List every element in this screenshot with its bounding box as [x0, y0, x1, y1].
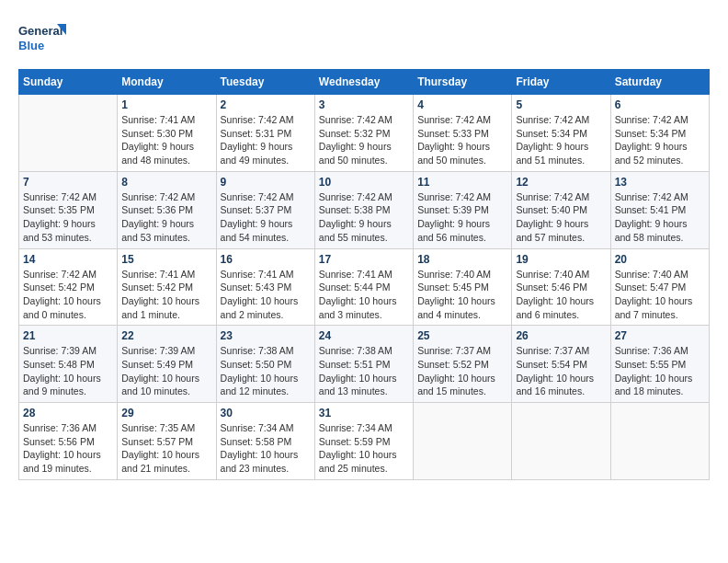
day-number: 18 — [417, 253, 507, 266]
calendar-cell: 24Sunrise: 7:38 AMSunset: 5:51 PMDayligh… — [314, 326, 413, 403]
day-number: 27 — [615, 329, 705, 342]
day-header-thursday: Thursday — [414, 70, 512, 95]
day-number: 8 — [121, 176, 211, 189]
day-info: Sunrise: 7:41 AMSunset: 5:30 PMDaylight:… — [121, 113, 211, 167]
calendar-cell: 11Sunrise: 7:42 AMSunset: 5:39 PMDayligh… — [414, 171, 512, 248]
day-number: 31 — [319, 407, 409, 419]
calendar-cell: 7Sunrise: 7:42 AMSunset: 5:35 PMDaylight… — [19, 171, 118, 248]
day-info: Sunrise: 7:39 AMSunset: 5:48 PMDaylight:… — [23, 344, 113, 398]
calendar-cell: 16Sunrise: 7:41 AMSunset: 5:43 PMDayligh… — [216, 248, 314, 326]
day-info: Sunrise: 7:42 AMSunset: 5:36 PMDaylight:… — [121, 190, 211, 245]
day-number: 9 — [221, 176, 311, 189]
day-number: 2 — [221, 98, 311, 111]
calendar-cell: 18Sunrise: 7:40 AMSunset: 5:45 PMDayligh… — [414, 248, 512, 326]
day-info: Sunrise: 7:42 AMSunset: 5:42 PMDaylight:… — [23, 268, 113, 322]
day-number: 30 — [221, 407, 311, 419]
calendar-week-2: 7Sunrise: 7:42 AMSunset: 5:35 PMDaylight… — [19, 171, 710, 248]
calendar-week-5: 28Sunrise: 7:36 AMSunset: 5:56 PMDayligh… — [19, 403, 710, 480]
calendar-cell: 30Sunrise: 7:34 AMSunset: 5:58 PMDayligh… — [216, 403, 314, 480]
calendar-cell: 13Sunrise: 7:42 AMSunset: 5:41 PMDayligh… — [610, 171, 709, 248]
day-number: 29 — [121, 407, 211, 419]
day-number: 17 — [319, 253, 409, 266]
day-info: Sunrise: 7:42 AMSunset: 5:34 PMDaylight:… — [516, 113, 606, 167]
calendar-header: SundayMondayTuesdayWednesdayThursdayFrid… — [19, 70, 710, 95]
day-number: 23 — [221, 329, 311, 342]
day-header-wednesday: Wednesday — [314, 70, 413, 95]
days-of-week-row: SundayMondayTuesdayWednesdayThursdayFrid… — [19, 70, 710, 95]
day-info: Sunrise: 7:42 AMSunset: 5:34 PMDaylight:… — [615, 113, 705, 167]
calendar-cell — [512, 403, 610, 480]
day-info: Sunrise: 7:34 AMSunset: 5:58 PMDaylight:… — [221, 421, 311, 476]
day-info: Sunrise: 7:40 AMSunset: 5:46 PMDaylight:… — [516, 268, 606, 322]
day-number: 16 — [221, 253, 311, 266]
logo: General Blue — [18, 18, 69, 60]
day-info: Sunrise: 7:41 AMSunset: 5:44 PMDaylight:… — [319, 268, 409, 322]
day-number: 26 — [516, 329, 606, 342]
calendar-cell: 2Sunrise: 7:42 AMSunset: 5:31 PMDaylight… — [216, 95, 314, 172]
day-number: 15 — [121, 253, 211, 266]
calendar-cell: 14Sunrise: 7:42 AMSunset: 5:42 PMDayligh… — [19, 248, 118, 326]
calendar-cell: 21Sunrise: 7:39 AMSunset: 5:48 PMDayligh… — [19, 326, 118, 403]
calendar-cell: 23Sunrise: 7:38 AMSunset: 5:50 PMDayligh… — [216, 326, 314, 403]
logo-svg: General Blue — [18, 18, 69, 60]
calendar-cell: 22Sunrise: 7:39 AMSunset: 5:49 PMDayligh… — [118, 326, 216, 403]
day-number: 19 — [516, 253, 606, 266]
day-info: Sunrise: 7:42 AMSunset: 5:33 PMDaylight:… — [417, 113, 507, 167]
day-info: Sunrise: 7:39 AMSunset: 5:49 PMDaylight:… — [121, 344, 211, 398]
day-number: 10 — [319, 176, 409, 189]
day-info: Sunrise: 7:41 AMSunset: 5:43 PMDaylight:… — [221, 268, 311, 322]
day-info: Sunrise: 7:37 AMSunset: 5:52 PMDaylight:… — [417, 344, 507, 398]
calendar-cell: 5Sunrise: 7:42 AMSunset: 5:34 PMDaylight… — [512, 95, 610, 172]
day-header-friday: Friday — [512, 70, 610, 95]
day-number: 1 — [121, 98, 211, 111]
day-info: Sunrise: 7:42 AMSunset: 5:32 PMDaylight:… — [319, 113, 409, 167]
day-header-saturday: Saturday — [610, 70, 709, 95]
calendar-cell: 25Sunrise: 7:37 AMSunset: 5:52 PMDayligh… — [414, 326, 512, 403]
calendar-cell: 19Sunrise: 7:40 AMSunset: 5:46 PMDayligh… — [512, 248, 610, 326]
day-info: Sunrise: 7:37 AMSunset: 5:54 PMDaylight:… — [516, 344, 606, 398]
day-header-sunday: Sunday — [19, 70, 118, 95]
day-info: Sunrise: 7:34 AMSunset: 5:59 PMDaylight:… — [319, 421, 409, 476]
day-info: Sunrise: 7:38 AMSunset: 5:51 PMDaylight:… — [319, 344, 409, 398]
day-number: 14 — [23, 253, 113, 266]
day-info: Sunrise: 7:42 AMSunset: 5:35 PMDaylight:… — [23, 190, 113, 245]
calendar-cell: 31Sunrise: 7:34 AMSunset: 5:59 PMDayligh… — [314, 403, 413, 480]
day-info: Sunrise: 7:41 AMSunset: 5:42 PMDaylight:… — [121, 268, 211, 322]
calendar-cell: 1Sunrise: 7:41 AMSunset: 5:30 PMDaylight… — [118, 95, 216, 172]
day-number: 28 — [23, 407, 113, 419]
calendar-cell — [414, 403, 512, 480]
calendar-cell: 6Sunrise: 7:42 AMSunset: 5:34 PMDaylight… — [610, 95, 709, 172]
calendar-week-3: 14Sunrise: 7:42 AMSunset: 5:42 PMDayligh… — [19, 248, 710, 326]
calendar-week-1: 1Sunrise: 7:41 AMSunset: 5:30 PMDaylight… — [19, 95, 710, 172]
day-number: 25 — [417, 329, 507, 342]
day-info: Sunrise: 7:40 AMSunset: 5:45 PMDaylight:… — [417, 268, 507, 322]
calendar-cell — [610, 403, 709, 480]
day-number: 22 — [121, 329, 211, 342]
day-info: Sunrise: 7:35 AMSunset: 5:57 PMDaylight:… — [121, 421, 211, 476]
day-header-tuesday: Tuesday — [216, 70, 314, 95]
calendar-cell: 10Sunrise: 7:42 AMSunset: 5:38 PMDayligh… — [314, 171, 413, 248]
calendar-cell: 26Sunrise: 7:37 AMSunset: 5:54 PMDayligh… — [512, 326, 610, 403]
svg-text:General: General — [18, 24, 63, 38]
day-info: Sunrise: 7:36 AMSunset: 5:56 PMDaylight:… — [23, 421, 113, 476]
calendar-cell: 27Sunrise: 7:36 AMSunset: 5:55 PMDayligh… — [610, 326, 709, 403]
calendar-cell — [19, 95, 118, 172]
calendar-cell: 28Sunrise: 7:36 AMSunset: 5:56 PMDayligh… — [19, 403, 118, 480]
day-info: Sunrise: 7:40 AMSunset: 5:47 PMDaylight:… — [615, 268, 705, 322]
day-info: Sunrise: 7:42 AMSunset: 5:39 PMDaylight:… — [417, 190, 507, 245]
calendar-week-4: 21Sunrise: 7:39 AMSunset: 5:48 PMDayligh… — [19, 326, 710, 403]
calendar-cell: 20Sunrise: 7:40 AMSunset: 5:47 PMDayligh… — [610, 248, 709, 326]
day-number: 13 — [615, 176, 705, 189]
day-number: 21 — [23, 329, 113, 342]
day-info: Sunrise: 7:42 AMSunset: 5:40 PMDaylight:… — [516, 190, 606, 245]
calendar-cell: 3Sunrise: 7:42 AMSunset: 5:32 PMDaylight… — [314, 95, 413, 172]
day-number: 7 — [23, 176, 113, 189]
day-number: 12 — [516, 176, 606, 189]
day-number: 6 — [615, 98, 705, 111]
day-info: Sunrise: 7:42 AMSunset: 5:37 PMDaylight:… — [221, 190, 311, 245]
svg-text:Blue: Blue — [18, 39, 44, 52]
day-info: Sunrise: 7:42 AMSunset: 5:38 PMDaylight:… — [319, 190, 409, 245]
day-number: 5 — [516, 98, 606, 111]
day-info: Sunrise: 7:42 AMSunset: 5:31 PMDaylight:… — [221, 113, 311, 167]
page-header: General Blue — [18, 18, 710, 60]
